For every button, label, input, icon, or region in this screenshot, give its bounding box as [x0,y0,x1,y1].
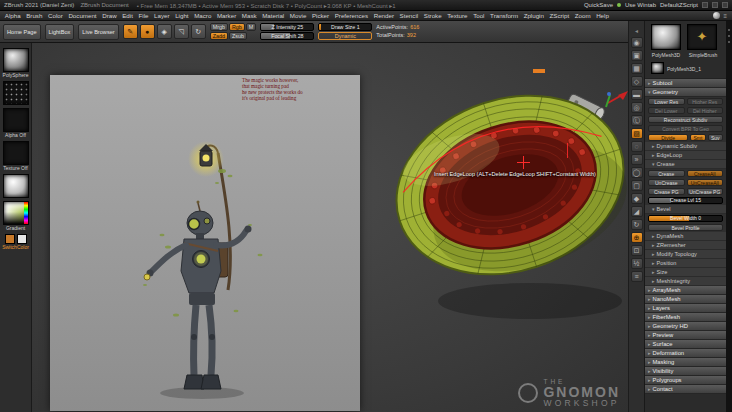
scale-canvas-icon[interactable]: ◢ [631,206,643,217]
button-crease-pg[interactable]: Crease PG [648,188,685,195]
subsection-size[interactable]: ▸Size [645,268,726,277]
persp-icon[interactable]: ◇ [631,76,643,87]
button-higher-res[interactable]: Higher Res [687,98,724,105]
button-reconstruct-subdiv[interactable]: Reconstruct Subdiv [648,116,723,123]
move-button[interactable]: ◈ [157,24,172,39]
button-smt[interactable]: Smt [690,134,705,141]
move-canvas-icon[interactable]: ◆ [631,193,643,204]
section-masking[interactable]: ▸Masking [645,358,726,367]
texture-thumbnail[interactable] [3,141,29,165]
aa-half-icon[interactable]: ½ [631,258,643,269]
subsection-crease[interactable]: ▾Crease [645,160,726,169]
section-nanomesh[interactable]: ▸NanoMesh [645,295,726,304]
section-fibermesh[interactable]: ▸FiberMesh [645,313,726,322]
floor-icon[interactable]: ▬ [631,89,643,100]
menu-tool[interactable]: Tool [470,12,487,19]
axis-gizmo[interactable] [602,87,628,113]
rgb-button[interactable]: Rgb [229,23,245,31]
mrgb-button[interactable]: Mrgb [210,23,228,31]
menu-material[interactable]: Material [259,12,287,19]
tablet-toggle[interactable]: Use Wintab [625,2,656,8]
menu-picker[interactable]: Picker [309,12,332,19]
menu-transform[interactable]: Transform [487,12,521,19]
button-del-higher[interactable]: Del Higher [687,107,724,114]
menus-toggle-icon[interactable]: ≡ [723,13,727,19]
menu-file[interactable]: File [136,12,152,19]
menu-marker[interactable]: Marker [214,12,239,19]
color-picker[interactable] [3,201,29,225]
subsection-dynamic-subdiv[interactable]: ▸Dynamic Subdiv [645,142,726,151]
button-uncreaseall[interactable]: UnCreaseAll [687,179,724,186]
scale-button[interactable]: ◹ [174,24,189,39]
close-button[interactable] [722,2,728,8]
button-bevel-profile[interactable]: Bevel Profile [648,224,723,231]
menu-macro[interactable]: Macro [191,12,214,19]
current-tool-3d-thumbnail[interactable] [651,24,681,50]
z-intensity-slider[interactable]: Z Intensity 25 [260,23,314,31]
button-divide[interactable]: Divide [648,134,688,141]
menu-zplugin[interactable]: Zplugin [521,12,547,19]
zoom-icon[interactable]: ⊕ [631,232,643,243]
menu-movie[interactable]: Movie [287,12,309,19]
transp-icon[interactable]: ▨ [631,128,643,139]
menu-layer[interactable]: Layer [151,12,172,19]
section-preview[interactable]: ▸Preview [645,331,726,340]
m-button[interactable]: M [246,23,257,31]
restore-button[interactable] [712,2,718,8]
active-3d-model[interactable] [362,63,628,353]
menu-brush[interactable]: Brush [23,12,45,19]
subsection-meshintegrity[interactable]: ▸MeshIntegrity [645,277,726,286]
menu-color[interactable]: Color [45,12,65,19]
right-edge-strip[interactable] [726,21,732,412]
draw-size-slider[interactable]: Draw Size 1 [318,23,372,31]
switch-color-button[interactable]: SwitchColor [2,244,29,250]
current-tool-thumbnail[interactable] [3,48,29,72]
slider-crease-lvl[interactable]: Crease Lvl 15 [648,197,723,204]
frame-icon[interactable]: ▢ [631,180,643,191]
button-creaseall[interactable]: CreaseAll [687,170,724,177]
menu-zscript[interactable]: ZScript [547,12,572,19]
button-convert-bpr-to-geo[interactable]: Convert BPR To Geo [648,125,723,132]
canvas-area[interactable]: The magic works however,that magic turni… [32,43,628,412]
subsection-dynamesh[interactable]: ▸DynaMesh [645,232,726,241]
material-thumbnail[interactable] [3,174,29,198]
menu-document[interactable]: Document [66,12,100,19]
rotate-canvas-icon[interactable]: ↻ [631,219,643,230]
secondary-color-swatch[interactable] [17,234,27,244]
document-2d[interactable]: The magic works however,that magic turni… [50,75,360,411]
menu-preferences[interactable]: Preferences [332,12,371,19]
xpose-icon[interactable]: » [631,154,643,165]
zsub-button[interactable]: Zsub [229,32,247,40]
hue-strip[interactable] [24,202,28,224]
menu-alpha[interactable]: Alpha [2,12,23,19]
scroll-icon[interactable]: ≡ [631,271,643,282]
lsym-icon[interactable]: Ⓛ [631,115,643,126]
button-uncrease-pg[interactable]: UnCrease PG [687,188,724,195]
button-crease[interactable]: Crease [648,170,685,177]
button-uncrease[interactable]: UnCrease [648,179,685,186]
slider-bevel-width[interactable]: Bevel Width 0 [648,215,723,222]
local-icon[interactable]: ◎ [631,102,643,113]
section-subtool[interactable]: ▸Subtool [645,79,726,88]
menu-stencil[interactable]: Stencil [397,12,421,19]
actual-size-icon[interactable]: ⊡ [631,245,643,256]
button-lower-res[interactable]: Lower Res [648,98,685,105]
section-visibility[interactable]: ▸Visibility [645,367,726,376]
ui-theme-icon[interactable] [713,12,720,19]
menu-edit[interactable]: Edit [119,12,135,19]
quick-pick-thumbnail[interactable] [651,62,664,74]
quicksave-button[interactable]: QuickSave [584,2,613,8]
dynamic-mode-toggle[interactable]: Dynamic [318,32,372,40]
alpha-thumbnail[interactable] [3,108,29,132]
section-arraymesh[interactable]: ▸ArrayMesh [645,286,726,295]
button-suv[interactable]: Suv [708,134,723,141]
rotate-button[interactable]: ↻ [191,24,206,39]
section-geometry[interactable]: ▾Geometry [645,88,726,97]
menu-draw[interactable]: Draw [99,12,119,19]
live-browser-button[interactable]: Live Browser [78,24,118,40]
zadd-button[interactable]: Zadd [210,32,228,40]
edit-object-button[interactable]: ✎ [123,24,138,39]
section-surface[interactable]: ▸Surface [645,340,726,349]
solo-icon[interactable]: ◯ [631,167,643,178]
menu-help[interactable]: Help [593,12,611,19]
